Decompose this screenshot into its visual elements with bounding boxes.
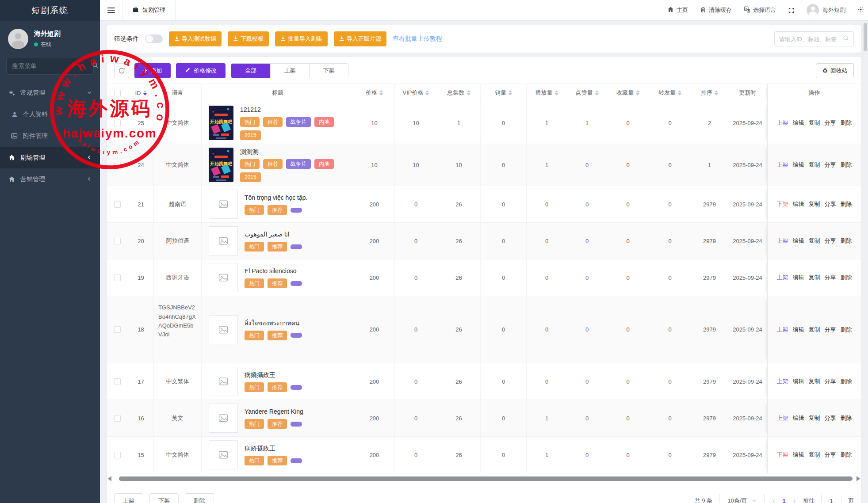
sort-asc-icon[interactable] — [143, 90, 147, 92]
sidebar-item-常规管理[interactable]: 常规管理 — [0, 82, 100, 103]
sort-icons[interactable] — [636, 90, 639, 95]
sidebar-search[interactable] — [6, 57, 94, 75]
action-上架[interactable]: 上架 — [777, 274, 788, 282]
action-编辑[interactable]: 编辑 — [793, 200, 804, 208]
navbar-user-menu[interactable]: 海外短剧 — [807, 4, 845, 16]
bulk-button-下架[interactable]: 下架 — [149, 493, 179, 503]
action-分享[interactable]: 分享 — [825, 414, 836, 422]
action-复制[interactable]: 复制 — [809, 326, 820, 334]
action-删除[interactable]: 删除 — [841, 119, 852, 127]
sidebar-item-营销管理[interactable]: 营销管理 — [0, 168, 100, 190]
recycle-bin-button[interactable]: ♻ 回收站 — [816, 63, 854, 78]
action-删除[interactable]: 删除 — [841, 200, 852, 208]
row-checkbox[interactable] — [114, 378, 121, 385]
next-page-button[interactable]: › — [792, 497, 796, 503]
action-删除[interactable]: 删除 — [841, 161, 852, 169]
sort-asc-icon[interactable] — [509, 90, 512, 92]
action-分享[interactable]: 分享 — [825, 200, 836, 208]
gear-icon[interactable] — [857, 6, 864, 14]
select-all-checkbox[interactable] — [114, 90, 121, 96]
sort-asc-icon[interactable] — [678, 90, 681, 92]
bulk-button-上架[interactable]: 上架 — [114, 493, 143, 503]
sort-icons[interactable] — [509, 90, 512, 95]
sort-icons[interactable] — [425, 90, 429, 95]
status-tab-下架[interactable]: 下架 — [309, 64, 348, 78]
sort-asc-icon[interactable] — [555, 90, 558, 92]
action-删除[interactable]: 删除 — [841, 377, 852, 385]
scroll-right-arrow[interactable] — [857, 476, 860, 481]
row-checkbox[interactable] — [114, 120, 121, 126]
row-checkbox[interactable] — [114, 162, 121, 168]
action-分享[interactable]: 分享 — [825, 237, 836, 245]
sort-icons[interactable] — [715, 90, 718, 95]
column-header-plays[interactable]: 播放量 — [527, 84, 567, 102]
sidebar-item-剧场管理[interactable]: 剧场管理 — [0, 147, 100, 168]
goto-page-input-box[interactable] — [821, 494, 841, 503]
column-header-eps[interactable]: 总集数 — [437, 84, 481, 102]
action-下架[interactable]: 下架 — [777, 451, 788, 459]
action-编辑[interactable]: 编辑 — [793, 326, 804, 334]
sort-asc-icon[interactable] — [467, 90, 470, 92]
action-分享[interactable]: 分享 — [825, 451, 836, 459]
action-复制[interactable]: 复制 — [809, 119, 820, 127]
sort-desc-icon[interactable] — [555, 93, 558, 95]
price-edit-button[interactable]: 价格修改 — [176, 63, 226, 78]
goto-page-input[interactable] — [822, 494, 841, 503]
action-复制[interactable]: 复制 — [809, 237, 820, 245]
current-page[interactable]: 1 — [782, 498, 785, 503]
action-分享[interactable]: 分享 — [825, 326, 836, 334]
action-分享[interactable]: 分享 — [825, 119, 836, 127]
batch-upload-tutorial-link[interactable]: 查看批量上传教程 — [393, 35, 442, 43]
row-checkbox[interactable] — [114, 201, 121, 208]
add-button[interactable]: + 添加 — [134, 63, 171, 78]
scrollbar-track[interactable] — [113, 476, 855, 481]
sort-asc-icon[interactable] — [425, 90, 429, 92]
navbar-action-选择语言[interactable]: 选择语言 — [744, 6, 776, 14]
filter-toggle[interactable] — [145, 34, 163, 43]
action-上架[interactable]: 上架 — [777, 326, 788, 334]
sidebar-item-个人资料[interactable]: 个人资料 — [0, 103, 100, 125]
row-checkbox[interactable] — [114, 326, 121, 333]
action-删除[interactable]: 删除 — [841, 451, 852, 459]
row-checkbox[interactable] — [114, 452, 121, 458]
sort-icons[interactable] — [678, 90, 681, 95]
navbar-action-清除缓存[interactable]: 清除缓存 — [700, 6, 732, 14]
column-header-shares[interactable]: 转发量 — [649, 84, 691, 102]
column-header-price[interactable]: 价格 — [354, 84, 395, 102]
action-删除[interactable]: 删除 — [841, 274, 852, 282]
sidebar-toggle-button[interactable] — [100, 0, 122, 20]
sort-asc-icon[interactable] — [715, 90, 718, 92]
action-删除[interactable]: 删除 — [841, 414, 852, 422]
action-下架[interactable]: 下架 — [777, 200, 788, 208]
sort-desc-icon[interactable] — [715, 93, 718, 95]
action-上架[interactable]: 上架 — [777, 161, 788, 169]
sidebar-search-input[interactable] — [12, 62, 92, 69]
prev-page-button[interactable]: ‹ — [772, 497, 776, 503]
sort-asc-icon[interactable] — [636, 90, 639, 92]
import-button-导入正版片源[interactable]: 导入正版片源 — [334, 31, 386, 46]
action-编辑[interactable]: 编辑 — [793, 237, 804, 245]
row-checkbox[interactable] — [114, 415, 121, 422]
sort-desc-icon[interactable] — [425, 93, 429, 95]
sort-desc-icon[interactable] — [467, 93, 470, 95]
action-编辑[interactable]: 编辑 — [793, 377, 804, 385]
scrollbar-thumb[interactable] — [119, 476, 853, 481]
sort-icons[interactable] — [595, 90, 599, 95]
action-上架[interactable]: 上架 — [777, 237, 788, 245]
action-上架[interactable]: 上架 — [777, 414, 788, 422]
action-编辑[interactable]: 编辑 — [793, 414, 804, 422]
action-复制[interactable]: 复制 — [809, 377, 820, 385]
page-size-select[interactable]: 10条/页 — [719, 494, 765, 503]
import-button-批量导入剧集[interactable]: 批量导入剧集 — [275, 31, 328, 46]
status-tab-上架[interactable]: 上架 — [270, 64, 309, 78]
action-复制[interactable]: 复制 — [809, 200, 820, 208]
table-search-box[interactable] — [774, 31, 854, 46]
action-分享[interactable]: 分享 — [825, 161, 836, 169]
column-header-likes[interactable]: 点赞量 — [567, 84, 607, 102]
sort-icons[interactable] — [467, 90, 470, 95]
sort-desc-icon[interactable] — [636, 93, 639, 95]
sidebar-item-附件管理[interactable]: 附件管理 — [0, 125, 100, 147]
sort-desc-icon[interactable] — [595, 93, 599, 95]
navbar-action-主页[interactable]: 主页 — [667, 6, 688, 14]
column-header-id[interactable]: ID — [128, 84, 154, 102]
